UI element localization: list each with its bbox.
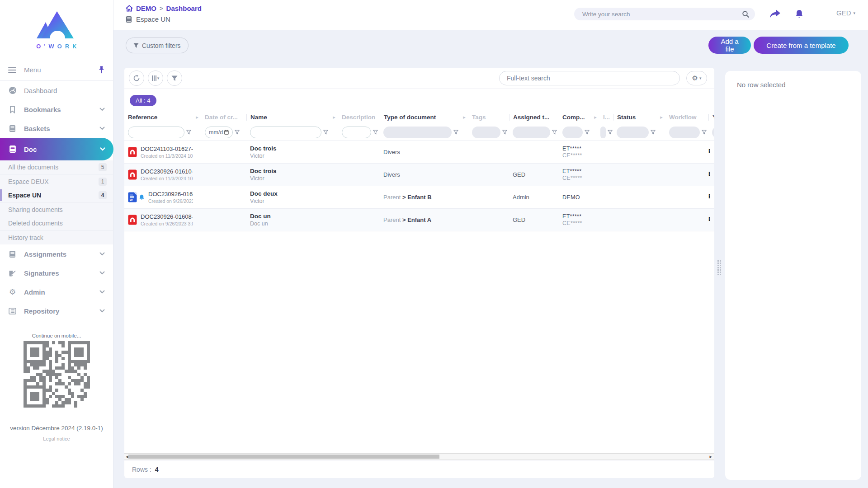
bell-icon[interactable] xyxy=(793,7,806,21)
document-name: Doc trois xyxy=(250,145,330,152)
sidebar-item-all-documents[interactable]: All the documents 5 xyxy=(0,160,113,174)
column-header-y[interactable]: Y... xyxy=(708,114,714,121)
home-icon[interactable] xyxy=(126,5,133,12)
filter-input-description[interactable] xyxy=(342,127,371,138)
funnel-icon[interactable] xyxy=(608,130,613,135)
breadcrumb-current[interactable]: Dashboard xyxy=(166,5,202,12)
sidebar-item-doc-active[interactable]: Doc xyxy=(0,138,113,160)
filter-disabled-type xyxy=(383,127,452,138)
funnel-icon[interactable] xyxy=(502,130,507,135)
hamburger-icon[interactable] xyxy=(8,66,16,74)
sidebar-item-sharing-documents[interactable]: Sharing documents xyxy=(0,202,113,216)
column-header-status[interactable]: Status xyxy=(613,114,657,121)
refresh-button[interactable] xyxy=(129,70,144,86)
table-row[interactable]: DOC241103-01627-0 Created on 11/3/2024 1… xyxy=(124,141,714,164)
column-header-workflow[interactable]: Workflow xyxy=(665,114,708,121)
filter-input-name[interactable] xyxy=(250,127,321,138)
funnel-icon[interactable] xyxy=(323,130,328,135)
sidebar-item-deleted-documents[interactable]: Deleted documents xyxy=(0,216,113,230)
table-settings-button[interactable]: ⚙ ▾ xyxy=(686,71,707,85)
table-filter-row: mm/d xyxy=(124,124,714,141)
pdf-file-icon xyxy=(128,169,137,180)
add-file-button[interactable]: Add a file xyxy=(708,37,751,54)
document-subname: Victor xyxy=(250,153,330,159)
column-header-description[interactable]: Description xyxy=(338,114,380,121)
filter-disabled-y xyxy=(712,127,714,138)
user-menu[interactable]: GED ▾ xyxy=(836,9,855,17)
table-row[interactable]: DOC230926-01608-0 Created on 9/26/2023 3… xyxy=(124,209,714,231)
breadcrumb-root[interactable]: DEMO xyxy=(136,5,156,12)
sidebar-item-signatures[interactable]: Signatures xyxy=(0,263,113,282)
sidebar-item-history-track[interactable]: History track xyxy=(0,230,113,244)
scrollbar-thumb[interactable] xyxy=(128,455,439,459)
company-value: ET***** xyxy=(562,145,591,152)
filter-button[interactable] xyxy=(167,70,182,86)
chevron-down-icon xyxy=(99,271,105,275)
all-count-chip[interactable]: All : 4 xyxy=(130,95,156,106)
document-type: Divers xyxy=(383,149,400,155)
column-header-type[interactable]: Type of document xyxy=(380,114,460,121)
panel-resize-handle[interactable] xyxy=(717,260,721,275)
create-from-template-button[interactable]: Create from a template xyxy=(754,37,849,54)
scroll-left-icon[interactable]: ◂ xyxy=(126,454,128,460)
sidebar-item-repository[interactable]: Repository xyxy=(0,301,113,320)
sidebar-item-bookmarks[interactable]: Bookmarks xyxy=(0,100,113,119)
sort-arrow-icon[interactable]: ▸ xyxy=(591,114,599,120)
funnel-icon[interactable] xyxy=(651,130,656,135)
sidebar-item-dashboard[interactable]: Dashboard xyxy=(0,81,113,100)
document-created: Created on 9/26/2023 3:08:43 AM xyxy=(141,221,193,226)
filter-input-reference[interactable] xyxy=(128,127,184,138)
document-created: Created on 11/3/2024 10:25:23 PM xyxy=(141,153,193,159)
column-header-tags[interactable]: Tags xyxy=(468,114,509,121)
sidebar-item-espace-deux[interactable]: Espace DEUX 1 xyxy=(0,174,113,188)
column-header-name[interactable]: Name xyxy=(246,114,330,121)
fulltext-search-input[interactable] xyxy=(499,71,680,85)
funnel-icon[interactable] xyxy=(235,130,240,135)
sort-arrow-icon[interactable]: ▸ xyxy=(193,114,201,120)
document-name: Doc trois xyxy=(250,168,330,174)
funnel-icon[interactable] xyxy=(552,130,557,135)
sidebar-item-label: Repository xyxy=(24,307,99,315)
column-header-assigned[interactable]: Assigned t... xyxy=(509,114,559,121)
global-search-input[interactable] xyxy=(582,11,742,18)
sort-arrow-icon[interactable]: ▸ xyxy=(330,114,338,120)
document-reference: DOC230926-01610-3 xyxy=(141,168,193,175)
table-row[interactable]: w DOC230926-01609-0 Created on 9/26/2023… xyxy=(124,186,714,209)
sidebar-item-assignments[interactable]: Assignments xyxy=(0,244,113,263)
share-icon[interactable] xyxy=(768,7,782,21)
sort-arrow-icon[interactable]: ▸ xyxy=(460,114,468,120)
legal-notice-link[interactable]: Legal notice xyxy=(0,436,113,441)
funnel-icon[interactable] xyxy=(186,130,191,135)
funnel-icon[interactable] xyxy=(702,130,707,135)
custom-filters-button[interactable]: Custom filters xyxy=(126,38,189,53)
filter-input-date[interactable]: mm/d xyxy=(205,127,233,138)
current-space-label: Espace UN xyxy=(136,15,170,23)
horizontal-scrollbar[interactable]: ◂ ▸ xyxy=(124,453,714,460)
column-header-date[interactable]: Date of cr... xyxy=(201,114,246,121)
pin-icon[interactable] xyxy=(98,66,105,74)
funnel-icon[interactable] xyxy=(585,130,590,135)
scroll-right-icon[interactable]: ▸ xyxy=(709,454,712,460)
assigned-to: Admin xyxy=(509,194,559,201)
sidebar-item-baskets[interactable]: Baskets xyxy=(0,119,113,138)
filter-disabled-tags xyxy=(472,127,500,138)
doc-submenu: All the documents 5 Espace DEUX 1 Espace… xyxy=(0,160,113,244)
column-header-i[interactable]: I... xyxy=(599,114,613,121)
book-icon xyxy=(8,125,17,132)
funnel-icon[interactable] xyxy=(453,130,458,135)
book-icon xyxy=(8,145,17,153)
column-header-reference[interactable]: Reference xyxy=(124,114,193,121)
book-icon xyxy=(8,250,17,258)
company-value-2: CE***** xyxy=(562,152,591,159)
sidebar-item-espace-un[interactable]: Espace UN 4 xyxy=(0,188,113,202)
funnel-icon[interactable] xyxy=(373,130,378,135)
assigned-to: GED xyxy=(509,216,559,223)
column-header-company[interactable]: Comp... xyxy=(559,114,591,121)
columns-button[interactable]: ▾ xyxy=(148,70,163,86)
search-icon[interactable] xyxy=(742,10,750,18)
table-row[interactable]: DOC230926-01610-3 Created on 11/3/2024 1… xyxy=(124,164,714,186)
company-value: ET***** xyxy=(562,168,591,174)
sort-arrow-icon[interactable]: ▸ xyxy=(657,114,665,120)
sidebar-item-admin[interactable]: ⚙ Admin xyxy=(0,282,113,301)
svg-text:w: w xyxy=(129,198,133,202)
